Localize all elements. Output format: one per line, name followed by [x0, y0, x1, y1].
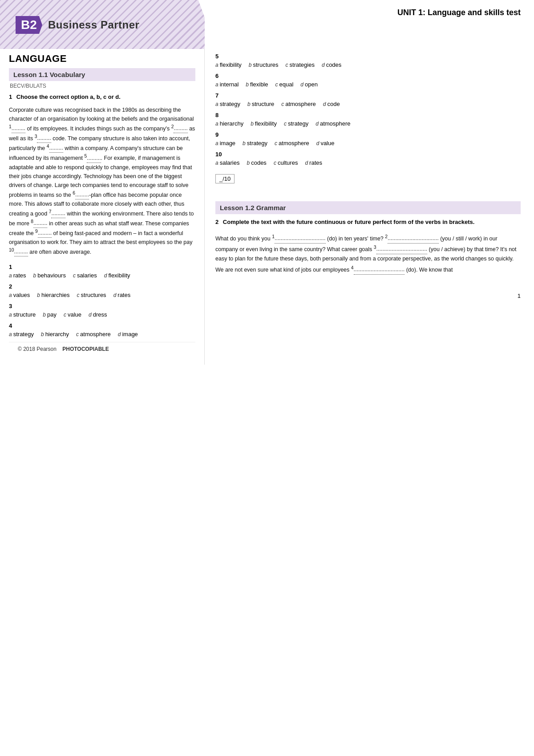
unit-title: UNIT 1: Language and skills test: [205, 0, 534, 22]
blank8: .........: [33, 219, 47, 228]
q9-option-d: d value: [316, 140, 335, 146]
q8-a-text: hierarchy: [220, 120, 243, 127]
q1-option-b: b behaviours: [33, 272, 66, 279]
q2-option-b: b hierarchies: [37, 292, 69, 298]
grammar-instruction-text: Complete the text with the future contin…: [223, 219, 475, 225]
q3-c-letter: c: [64, 312, 66, 318]
body-text-2: of its employees. It includes things suc…: [25, 126, 171, 132]
q3-option-b: b pay: [43, 311, 57, 318]
q4-d-text: image: [122, 331, 138, 337]
q1-b-letter: b: [33, 272, 36, 279]
q2-d-text: rates: [117, 292, 130, 298]
q1-c-text: salaries: [77, 272, 97, 279]
q2-a-letter: a: [9, 292, 12, 298]
q2-b-text: hierarchies: [41, 292, 70, 298]
q4-options: a strategy b hierarchy c atmosphere d im…: [9, 331, 195, 337]
q7-a-letter: a: [215, 101, 218, 107]
blank1: .........: [12, 124, 25, 133]
q4-option-c: c atmosphere: [76, 331, 111, 337]
right-column: 5 a flexibility b structures c strategie…: [205, 45, 534, 365]
q5-b-text: structures: [253, 61, 279, 68]
grammar-section: Lesson 1.2 Grammar 2 Complete the text w…: [215, 201, 521, 275]
q1-number: 1: [9, 264, 195, 270]
instruction-1: 1 Choose the correct option a, b, c or d…: [9, 93, 195, 100]
q10-b-letter: b: [247, 160, 250, 166]
q5-number: 5: [215, 53, 521, 60]
grammar-blank3: .................................: [376, 244, 428, 254]
q5-option-a: a flexibility: [215, 61, 242, 68]
q1-option-d: d flexibility: [104, 272, 130, 279]
lesson2-title: Lesson 1.2 Grammar: [220, 204, 286, 211]
q7-b-text: structure: [252, 101, 275, 107]
q5-option-c: c strategies: [286, 61, 315, 68]
q4-b-text: hierarchy: [45, 331, 69, 337]
q6-number: 6: [215, 73, 521, 79]
q7-option-b: b structure: [247, 101, 274, 107]
q1-b-text: behaviours: [37, 272, 66, 279]
q2-options: a values b hierarchies c structures d ra…: [9, 292, 195, 298]
q10-number: 10: [215, 151, 521, 158]
body-text-11: are often above average.: [28, 249, 91, 255]
q4-number: 4: [9, 322, 195, 329]
q1-a-text: rates: [13, 272, 26, 279]
q9-d-letter: d: [316, 140, 320, 146]
q10-a-text: salaries: [220, 159, 240, 166]
q1-d-text: flexibility: [108, 272, 130, 279]
question-10: 10 a salaries b codes c cultures d rates: [215, 151, 521, 166]
q3-option-c: c value: [64, 311, 81, 318]
q6-options: a internal b flexible c equal d open: [215, 81, 521, 88]
q4-d-letter: d: [118, 331, 121, 337]
question-5: 5 a flexibility b structures c strategie…: [215, 53, 521, 68]
q9-d-text: value: [320, 140, 334, 146]
q2-option-a: a values: [9, 292, 30, 298]
q1-c-letter: c: [73, 272, 76, 279]
q3-d-letter: d: [89, 312, 92, 318]
q9-a-letter: a: [215, 140, 218, 146]
q7-a-text: strategy: [220, 101, 240, 107]
passage-text: Corporate culture was recognised back in…: [9, 106, 195, 256]
q8-option-b: b flexibility: [251, 120, 277, 127]
left-column: LANGUAGE Lesson 1.1 Vocabulary BECV/BULA…: [0, 45, 205, 365]
q8-d-letter: d: [316, 121, 319, 127]
q3-a-letter: a: [9, 312, 12, 318]
q7-d-letter: d: [323, 101, 326, 107]
q8-c-letter: c: [284, 121, 287, 127]
q8-option-a: a hierarchy: [215, 120, 243, 127]
q1-option-a: a rates: [9, 272, 26, 279]
q3-option-d: d dress: [89, 311, 107, 318]
blank4: .........: [49, 143, 63, 153]
q6-d-text: open: [305, 81, 318, 88]
b2-badge: B2: [16, 16, 42, 34]
q2-c-letter: c: [77, 292, 80, 298]
q3-a-text: structure: [13, 311, 36, 318]
q5-option-b: b structures: [249, 61, 279, 68]
q7-number: 7: [215, 92, 521, 99]
q8-options: a hierarchy b flexibility c strategy d a…: [215, 120, 521, 127]
q2-option-d: d rates: [113, 292, 131, 298]
q9-option-c: c atmosphere: [275, 140, 309, 146]
q3-b-letter: b: [43, 312, 46, 318]
lesson2-header: Lesson 1.2 Grammar: [215, 201, 521, 214]
q6-option-c: c equal: [275, 81, 293, 88]
q8-option-d: d atmosphere: [316, 120, 350, 127]
q5-b-letter: b: [249, 62, 252, 68]
q4-option-d: d image: [118, 331, 138, 337]
q6-a-letter: a: [215, 81, 218, 88]
question-9: 9 a image b strategy c atmosphere d valu…: [215, 131, 521, 146]
section-title: LANGUAGE: [9, 53, 195, 65]
q1-d-letter: d: [104, 272, 107, 279]
q4-c-letter: c: [76, 331, 79, 337]
q9-c-text: atmosphere: [279, 140, 309, 146]
q5-options: a flexibility b structures c strategies …: [215, 61, 521, 68]
q10-d-letter: d: [305, 160, 308, 166]
q4-a-text: strategy: [13, 331, 34, 337]
score-box: _/10: [215, 174, 235, 183]
q2-option-c: c structures: [77, 292, 106, 298]
q1-a-letter: a: [9, 272, 12, 279]
q9-b-text: strategy: [247, 140, 267, 146]
blank3: .........: [37, 134, 51, 143]
main-content: LANGUAGE Lesson 1.1 Vocabulary BECV/BULA…: [0, 45, 534, 365]
becv-label: BECV/BULATS: [9, 83, 195, 89]
sup10: 10: [9, 248, 14, 252]
footer-copyright: © 2018 Pearson PHOTOCOPIABLE: [18, 346, 109, 352]
